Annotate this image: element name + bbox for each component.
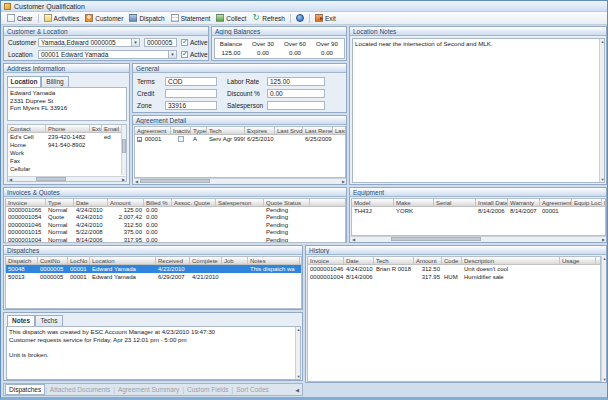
chevron-down-icon[interactable]: ▾ (131, 39, 139, 46)
column-header[interactable]: CustNo (38, 257, 68, 264)
customer-button[interactable]: Customer (82, 13, 126, 23)
dispatch-button[interactable]: Dispatch (126, 13, 167, 23)
column-header[interactable]: Email (102, 125, 122, 132)
table-row[interactable]: 0000001054Quote4/24/20102,007.420.00Pend… (6, 214, 345, 221)
activities-button[interactable]: Activities (41, 13, 83, 23)
refresh-button[interactable]: ↻Refresh (249, 13, 288, 23)
column-header[interactable]: Invoice (6, 199, 46, 206)
column-header[interactable]: Date (344, 257, 374, 264)
table-row[interactable]: 0000001004Normal8/14/2006317.950.00Pendi… (6, 237, 345, 243)
column-header[interactable]: Date (74, 199, 108, 206)
tab-attached-documents[interactable]: Attached Documents (47, 385, 113, 394)
vertical-scrollbar[interactable]: ▲ ▼ (601, 256, 606, 382)
column-header[interactable]: Inactive (171, 127, 191, 134)
statement-button[interactable]: Statement (168, 13, 214, 23)
scroll-left-icon[interactable]: ◀ (134, 179, 139, 184)
column-header[interactable]: Salesperson (216, 199, 264, 206)
location-active-checkbox[interactable] (181, 51, 188, 58)
terms-field[interactable]: COD (165, 77, 217, 86)
column-header[interactable]: Amount (414, 257, 442, 264)
column-header[interactable]: Dispatch (6, 257, 38, 264)
table-row[interactable]: Ed's Cell239-420-1482ed (8, 133, 126, 141)
zone-field[interactable]: 33916 (165, 101, 217, 110)
vertical-scrollbar[interactable]: ▲ ▼ (599, 39, 604, 182)
scroll-right-icon[interactable]: ▶ (601, 237, 606, 242)
column-header[interactable]: Type (46, 199, 74, 206)
scroll-up-icon[interactable]: ▲ (602, 256, 607, 261)
title-bar[interactable]: Customer Qualification (1, 1, 607, 12)
column-header[interactable]: Make (394, 199, 434, 206)
table-row[interactable]: 50048000000500001Edward Yamada4/23/2010T… (6, 265, 301, 273)
tab-techs[interactable]: Techs (35, 315, 63, 326)
scroll-right-icon[interactable]: ▶ (341, 179, 346, 184)
table-row[interactable]: 0000001066Normal4/24/2010125.000.00Pendi… (6, 207, 345, 214)
info-button[interactable] (293, 13, 307, 23)
column-header[interactable]: Notes (248, 257, 300, 264)
customer-combobox[interactable]: Yamada,Edward 0000005 ▾ (38, 38, 140, 47)
table-row[interactable]: 00000010464/24/2010Brian R 0018312.50Uni… (308, 265, 600, 273)
column-header[interactable]: Billed % (144, 199, 172, 206)
column-header[interactable]: Contact (8, 125, 46, 132)
scroll-left-icon[interactable]: ◀ (351, 237, 356, 242)
column-header[interactable]: Serial (434, 199, 476, 206)
column-header[interactable]: Warranty (508, 199, 540, 206)
exit-button[interactable]: Exit (312, 13, 339, 23)
column-header[interactable]: Install Date (476, 199, 508, 206)
tab-scroll-left-button[interactable]: ◀ (293, 387, 301, 393)
table-row[interactable]: 0000001046Normal4/24/2010312.500.00Pendi… (6, 222, 345, 229)
column-header[interactable]: Ext (90, 125, 102, 132)
column-header[interactable]: Tech (207, 127, 245, 134)
column-header[interactable]: LocNo (68, 257, 90, 264)
column-header[interactable]: Phone (46, 125, 90, 132)
inactive-checkbox[interactable] (178, 136, 184, 142)
column-header[interactable]: Amount (108, 199, 144, 206)
column-header[interactable]: Equip Loc (572, 199, 602, 206)
customer-active-checkbox[interactable] (181, 39, 188, 46)
column-header[interactable]: Quote Status (264, 199, 310, 206)
vertical-scrollbar[interactable] (121, 125, 126, 175)
table-row[interactable]: 50013000000500001Edward Yamada6/29/20074… (6, 273, 301, 281)
vertical-scrollbar[interactable]: ▲ ▼ (295, 327, 300, 379)
chevron-down-icon[interactable]: ▾ (168, 51, 176, 58)
column-header[interactable]: Assoc. Quote (172, 199, 216, 206)
horizontal-scrollbar[interactable]: ◀ ▶ (8, 176, 126, 181)
table-row[interactable]: TH43JYORK8/14/20068/14/200700001 (352, 207, 605, 215)
scroll-up-icon[interactable]: ▲ (600, 39, 605, 44)
table-row[interactable]: Home941-540-8902 (8, 141, 126, 149)
horizontal-scrollbar[interactable]: ◀ ▶ (134, 178, 346, 183)
dispatch-notes-box[interactable]: This dispatch was created by ESC Account… (6, 326, 301, 380)
credit-field[interactable] (165, 89, 217, 98)
column-header[interactable]: Tech (374, 257, 414, 264)
column-header[interactable]: Location (90, 257, 156, 264)
column-header[interactable]: Received (156, 257, 190, 264)
column-header[interactable]: Expires (245, 127, 275, 134)
column-header[interactable]: Agreement (135, 127, 171, 134)
collect-button[interactable]: Collect (213, 13, 249, 23)
column-header[interactable]: Code (442, 257, 462, 264)
column-header[interactable]: Description (462, 257, 560, 264)
column-header[interactable]: Type (191, 127, 207, 134)
column-header[interactable]: Last Renew (303, 127, 333, 134)
table-row[interactable]: 0000001015Normal5/22/2008375.000.00Pendi… (6, 229, 345, 236)
column-header[interactable]: Job (222, 257, 248, 264)
column-header[interactable]: Complete (190, 257, 222, 264)
clear-button[interactable]: Clear (4, 13, 36, 23)
column-header[interactable]: Usage (560, 257, 596, 264)
discount-field[interactable]: 0.00 (267, 89, 325, 98)
column-header[interactable]: Last Srvd (275, 127, 303, 134)
table-row[interactable]: Fax (8, 157, 126, 165)
scroll-down-icon[interactable]: ▼ (296, 374, 301, 379)
location-combobox[interactable]: 00001 Edward Yamada ▾ (38, 50, 177, 59)
tab-billing[interactable]: Billing (41, 76, 69, 87)
scroll-down-icon[interactable]: ▼ (600, 177, 605, 182)
column-header[interactable]: Last Fi (333, 127, 346, 134)
tab-sort-codes[interactable]: Sort Codes (233, 385, 272, 394)
scroll-up-icon[interactable]: ▲ (296, 327, 301, 332)
tab-dispatches[interactable]: Dispatches (5, 384, 45, 395)
location-notes-textarea[interactable]: Located near the intersection of Second … (352, 38, 605, 183)
salesperson-field[interactable] (267, 101, 325, 110)
tab-agreement-summary[interactable]: Agreement Summary (115, 385, 182, 394)
labor-rate-field[interactable]: 125.00 (267, 77, 325, 86)
table-row[interactable]: Cellular (8, 165, 126, 173)
expand-icon[interactable]: + (137, 137, 142, 142)
